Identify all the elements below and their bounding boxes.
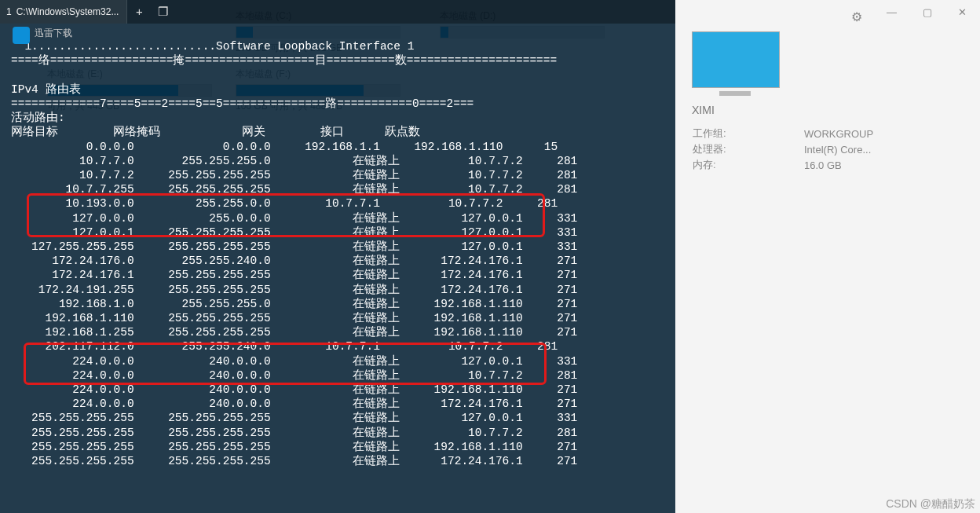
terminal-tab[interactable]: 1 C:\Windows\System32... [0, 0, 127, 24]
maximize-button[interactable]: ▢ [909, 0, 945, 25]
settings-icon[interactable]: ⚙ [851, 9, 862, 24]
info-workgroup-k: 工作组: [692, 126, 803, 141]
info-mem-k: 内存: [692, 157, 803, 173]
watermark: CSDN @糖醋奶茶 [886, 497, 975, 511]
info-cpu-k: 处理器: [692, 141, 803, 157]
info-workgroup-v: WORKGROUP [803, 126, 874, 141]
tab-index: 1 [6, 6, 12, 17]
pc-info-table: 工作组:WORKGROUP 处理器:Intel(R) Core... 内存:16… [692, 126, 874, 173]
info-cpu-v: Intel(R) Core... [803, 141, 874, 157]
pc-name: XIMI [692, 104, 980, 116]
monitor-icon [692, 31, 780, 88]
terminal-window: 1 C:\Windows\System32... + ❐ 迅雷下载 1.....… [0, 0, 675, 513]
thunder-label: 迅雷下载 [35, 27, 72, 40]
info-mem-v: 16.0 GB [803, 157, 874, 173]
close-button[interactable]: ✕ [945, 0, 980, 25]
minimize-button[interactable]: — [874, 0, 909, 25]
terminal-titlebar: 1 C:\Windows\System32... + ❐ [0, 0, 675, 24]
tab-title: C:\Windows\System32... [16, 6, 119, 17]
new-tab-button[interactable]: + [127, 0, 151, 24]
terminal-output[interactable]: 1...........................Software Loo… [0, 24, 675, 468]
computer-info-panel: XIMI 工作组:WORKGROUP 处理器:Intel(R) Core... … [674, 0, 980, 513]
thunder-icon [13, 27, 30, 44]
tabs-overview-button[interactable]: ❐ [151, 0, 174, 24]
